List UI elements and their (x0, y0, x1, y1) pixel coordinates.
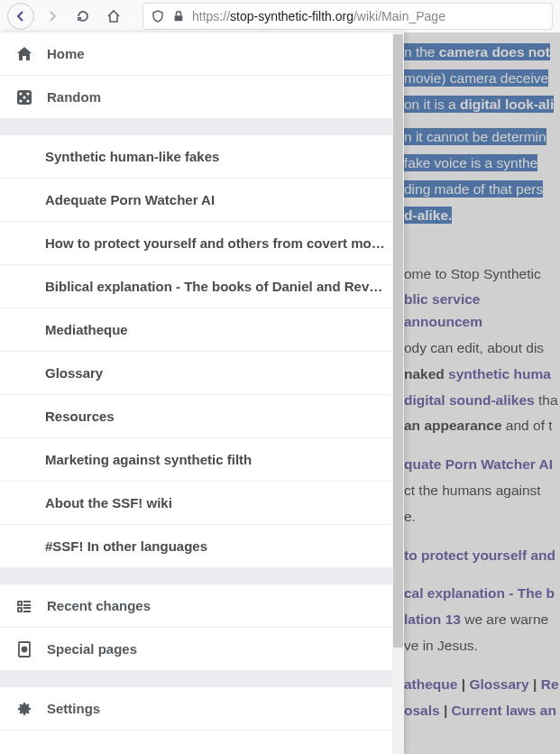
shield-icon (151, 9, 165, 23)
special-icon (14, 639, 34, 659)
nav-sub-item[interactable]: About the SSF! wiki (0, 482, 404, 525)
link[interactable]: digital sound-alikes (404, 392, 535, 408)
link[interactable]: to protect yourself and (404, 547, 555, 563)
recent-icon (14, 596, 34, 616)
arrow-left-icon (14, 9, 28, 23)
home-button[interactable] (101, 4, 126, 29)
nav-label: Random (47, 89, 101, 105)
nav-sub-item[interactable]: Adequate Porn Watcher AI (0, 179, 404, 222)
nav-sub-item[interactable]: How to protect yourself and others from … (0, 222, 404, 265)
home-icon (106, 9, 121, 23)
link[interactable]: atheque (404, 676, 457, 692)
scrollbar-thumb[interactable] (393, 34, 403, 648)
nav-home[interactable]: Home (0, 32, 404, 76)
lock-icon (172, 10, 185, 23)
svg-rect-7 (18, 602, 22, 605)
svg-point-6 (23, 96, 25, 98)
url-text: https://stop-synthetic-filth.org/wiki/Ma… (192, 9, 445, 23)
nav-sub-item[interactable]: #SSF! In other languages (0, 525, 404, 568)
back-button[interactable] (7, 3, 34, 30)
arrow-right-icon (45, 9, 60, 23)
link[interactable]: quate Porn Watcher AI (404, 456, 553, 472)
dice-icon (14, 87, 34, 107)
nav-sub-item[interactable]: Synthetic human-like fakes (0, 135, 404, 179)
svg-rect-0 (175, 15, 183, 21)
scrollbar[interactable] (392, 32, 404, 754)
link[interactable]: osals (404, 703, 440, 718)
nav-label: Recent changes (47, 598, 151, 613)
nav-label: Special pages (47, 641, 137, 657)
nav-sub-item[interactable]: Marketing against synthetic filth (0, 438, 404, 482)
svg-rect-8 (18, 608, 22, 611)
home-icon (14, 44, 34, 64)
forward-button[interactable] (40, 4, 65, 29)
nav-sub-item[interactable]: Biblical explanation - The books of Dani… (0, 265, 404, 308)
nav-sub-item[interactable]: Mediatheque (0, 308, 404, 352)
link[interactable]: synthetic huma (448, 366, 551, 382)
svg-point-5 (26, 99, 29, 102)
nav-sub-item[interactable]: Resources (0, 395, 404, 438)
url-bar[interactable]: https://stop-synthetic-filth.org/wiki/Ma… (142, 3, 553, 30)
svg-point-4 (19, 99, 22, 102)
link[interactable]: cal explanation - The b (404, 585, 555, 601)
nav-recent-changes[interactable]: Recent changes (0, 584, 404, 628)
section-divider (0, 568, 404, 584)
reload-icon (76, 9, 90, 23)
navigation-drawer: Home Random Synthetic human-like fakes A… (0, 32, 404, 754)
svg-point-2 (19, 92, 22, 95)
nav-random[interactable]: Random (0, 76, 404, 119)
link[interactable]: Re (541, 676, 559, 692)
link[interactable]: lation 13 (404, 611, 461, 627)
link[interactable]: Current laws an (452, 703, 556, 718)
section-divider (0, 119, 404, 135)
reload-button[interactable] (70, 4, 96, 29)
svg-point-10 (23, 647, 27, 651)
link[interactable]: Glossary (469, 676, 528, 692)
nav-label: Settings (47, 701, 100, 716)
link[interactable]: blic service announcem (404, 291, 482, 329)
gear-icon (14, 699, 34, 719)
nav-special-pages[interactable]: Special pages (0, 628, 404, 671)
browser-toolbar: https://stop-synthetic-filth.org/wiki/Ma… (0, 0, 560, 32)
svg-point-3 (26, 92, 29, 95)
nav-label: Home (47, 46, 85, 61)
nav-sub-item[interactable]: Glossary (0, 352, 404, 395)
highlighted-text: n the camera does not (404, 43, 550, 60)
nav-settings[interactable]: Settings (0, 687, 404, 731)
section-divider (0, 671, 404, 687)
